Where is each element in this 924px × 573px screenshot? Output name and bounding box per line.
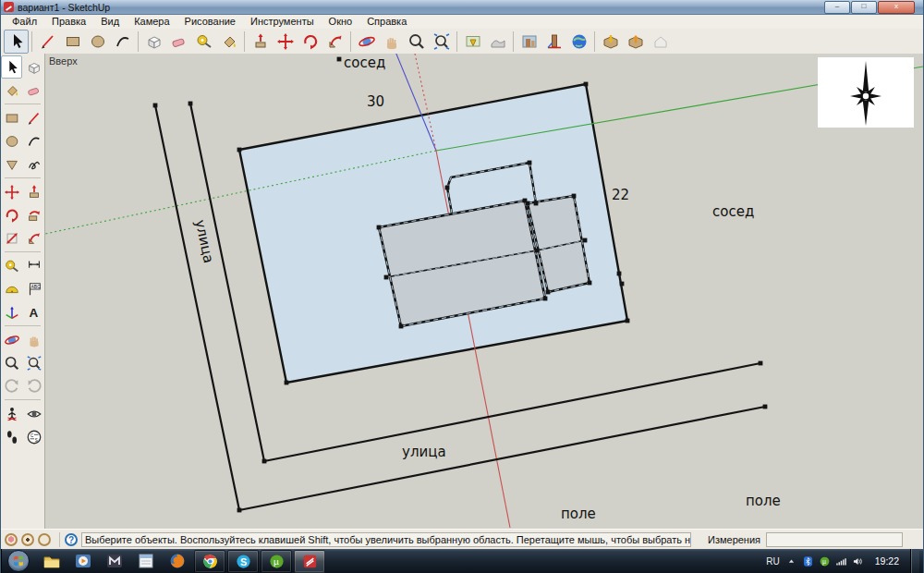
- vertex-point: [528, 161, 532, 165]
- close-button[interactable]: x: [878, 1, 915, 14]
- title-bar[interactable]: вариант1 - SketchUp – □ x: [1, 0, 923, 15]
- make-component-icon[interactable]: [141, 30, 166, 54]
- tray-arrow-icon[interactable]: [785, 555, 797, 567]
- line-icon[interactable]: [23, 106, 44, 129]
- follow-me-icon[interactable]: [23, 203, 44, 226]
- select-icon[interactable]: [1, 55, 22, 79]
- zoom-icon[interactable]: [1, 351, 22, 374]
- bluetooth-icon[interactable]: [802, 555, 814, 567]
- menu-камера[interactable]: Камера: [127, 15, 176, 29]
- model-scene[interactable]: [45, 54, 924, 529]
- move-icon[interactable]: [1, 180, 22, 203]
- orbit-icon[interactable]: [1, 328, 22, 351]
- taskbar-skype-button[interactable]: S: [227, 550, 259, 573]
- axes-icon[interactable]: [1, 300, 22, 323]
- select-icon[interactable]: [4, 30, 29, 54]
- geolocation-status-icon[interactable]: [5, 533, 18, 546]
- line-icon[interactable]: [35, 30, 60, 54]
- push-pull-icon[interactable]: [23, 180, 44, 203]
- tape-measure-icon[interactable]: [1, 254, 22, 277]
- menu-вид[interactable]: Вид: [93, 15, 127, 29]
- share-model-icon[interactable]: [623, 30, 648, 54]
- previous-icon[interactable]: [1, 374, 22, 397]
- status-bar: ? Выберите объекты. Воспользуйтесь клави…: [1, 529, 923, 549]
- credit-status-icon[interactable]: [21, 533, 34, 546]
- menu-правка[interactable]: Правка: [44, 15, 93, 29]
- rotate-icon[interactable]: [298, 30, 322, 54]
- vertex-point: [377, 226, 382, 230]
- paint-bucket-icon[interactable]: [1, 79, 22, 102]
- taskbar-chrome-button[interactable]: [194, 550, 225, 573]
- 3d-text-icon[interactable]: A: [23, 300, 44, 323]
- volume-icon[interactable]: [852, 555, 864, 567]
- freehand-icon[interactable]: [23, 152, 44, 176]
- canvas-label-22: 22: [612, 187, 629, 203]
- get-models-icon[interactable]: [598, 30, 623, 54]
- walk-icon[interactable]: [1, 425, 22, 448]
- maximize-button[interactable]: □: [851, 1, 877, 14]
- eraser-icon[interactable]: [166, 30, 191, 54]
- utorrent-tray-icon[interactable]: µ: [819, 555, 831, 567]
- pan-icon[interactable]: [379, 30, 404, 54]
- rectangle-icon[interactable]: [1, 106, 22, 129]
- text-icon[interactable]: ABC: [23, 277, 44, 300]
- menu-справка[interactable]: Справка: [359, 15, 414, 29]
- zoom-icon[interactable]: [404, 30, 429, 54]
- orbit-icon[interactable]: [354, 30, 379, 54]
- taskbar-messenger-icon[interactable]: [101, 550, 128, 572]
- section-plane-icon[interactable]: CS: [23, 425, 44, 448]
- rotate-icon[interactable]: [1, 203, 22, 226]
- scale-icon[interactable]: [1, 226, 22, 250]
- share-component-icon[interactable]: [648, 30, 673, 54]
- taskbar-notes-icon[interactable]: [132, 550, 160, 572]
- add-location-icon[interactable]: [460, 30, 485, 54]
- make-component-icon[interactable]: [23, 55, 44, 79]
- protractor-icon[interactable]: [1, 277, 22, 300]
- offset-icon[interactable]: [23, 226, 44, 250]
- measurements-input[interactable]: [766, 532, 903, 547]
- menu-окно[interactable]: Окно: [322, 15, 360, 29]
- arc-icon[interactable]: [23, 129, 44, 152]
- arc-icon[interactable]: [110, 30, 135, 54]
- minimize-button[interactable]: –: [824, 1, 850, 14]
- position-camera-icon[interactable]: [1, 402, 22, 425]
- next-icon[interactable]: [23, 374, 44, 397]
- taskbar-sketchup-button[interactable]: [294, 550, 325, 573]
- zoom-extents-icon[interactable]: [429, 30, 454, 54]
- polygon-icon[interactable]: [1, 152, 22, 176]
- circle-icon[interactable]: [85, 30, 110, 54]
- rectangle-icon[interactable]: [60, 30, 85, 54]
- taskbar-utorrent-button[interactable]: µ: [261, 550, 292, 573]
- drawing-canvas[interactable]: Вверх сосед3022соседулицаулицаполеполе: [45, 54, 924, 529]
- circle-icon[interactable]: [1, 129, 22, 152]
- vertex-point: [237, 148, 242, 152]
- move-icon[interactable]: [273, 30, 298, 54]
- eraser-icon[interactable]: [23, 79, 44, 102]
- menu-инструменты[interactable]: Инструменты: [243, 15, 322, 29]
- clock[interactable]: 19:22: [875, 555, 899, 567]
- taskbar-media-player-icon[interactable]: [69, 550, 97, 572]
- match-photo-icon[interactable]: [541, 30, 566, 54]
- pan-icon[interactable]: [23, 328, 44, 351]
- network-icon[interactable]: [835, 555, 847, 567]
- language-indicator[interactable]: RU: [766, 556, 779, 567]
- toggle-terrain-icon[interactable]: [485, 30, 510, 54]
- start-button[interactable]: [5, 550, 32, 572]
- google-earth-icon[interactable]: [566, 30, 591, 54]
- offset-icon[interactable]: [322, 30, 347, 54]
- menu-рисование[interactable]: Рисование: [177, 15, 243, 29]
- signin-status-icon[interactable]: [38, 533, 51, 546]
- taskbar-explorer-icon[interactable]: [38, 550, 66, 572]
- status-separator: [59, 532, 60, 547]
- paint-bucket-icon[interactable]: [216, 30, 241, 54]
- tape-measure-icon[interactable]: [191, 30, 216, 54]
- help-icon[interactable]: ?: [65, 533, 78, 546]
- dimension-icon[interactable]: [23, 254, 44, 277]
- taskbar-firefox-icon[interactable]: [164, 550, 191, 572]
- look-around-icon[interactable]: [23, 402, 44, 425]
- photo-textures-icon[interactable]: [517, 30, 541, 54]
- menu-файл[interactable]: Файл: [5, 15, 44, 29]
- push-pull-icon[interactable]: [248, 30, 273, 54]
- show-desktop-button[interactable]: [910, 549, 919, 573]
- zoom-extents-icon[interactable]: [23, 351, 44, 374]
